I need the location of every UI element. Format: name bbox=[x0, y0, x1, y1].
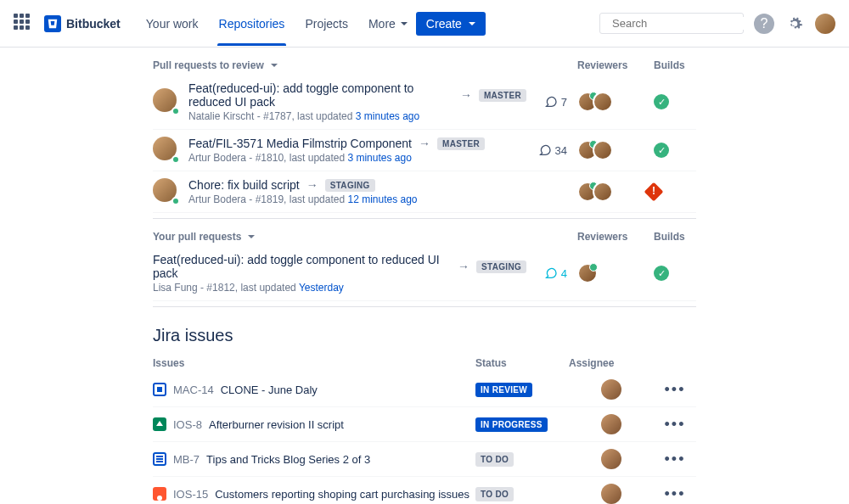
issue-type-icon bbox=[153, 487, 166, 501]
pr-title-link[interactable]: Feat(reduced-ui): add toggle component t… bbox=[153, 253, 451, 280]
assignee-avatar[interactable] bbox=[601, 449, 621, 469]
author-avatar[interactable] bbox=[153, 178, 180, 205]
status-badge[interactable]: IN REVIEW bbox=[475, 383, 532, 397]
product-name: Bitbucket bbox=[66, 17, 121, 31]
search-input[interactable]: / bbox=[599, 13, 744, 34]
reviewer-avatar[interactable] bbox=[593, 182, 613, 202]
arrow-icon: → bbox=[458, 260, 469, 273]
build-success-icon: ✓ bbox=[654, 143, 669, 158]
section-header-your-prs[interactable]: Your pull requests bbox=[153, 231, 577, 243]
app-switcher-icon[interactable] bbox=[14, 14, 34, 34]
issue-key[interactable]: IOS-8 bbox=[173, 418, 202, 431]
comments-count[interactable]: 34 bbox=[526, 143, 577, 157]
nav-more[interactable]: More bbox=[360, 2, 416, 46]
build-status[interactable]: ✓ bbox=[654, 266, 696, 281]
branch-tag[interactable]: STAGING bbox=[325, 179, 375, 192]
reviewer-avatar[interactable] bbox=[593, 140, 613, 160]
assignee-avatar[interactable] bbox=[601, 484, 621, 504]
more-actions-button[interactable]: ••• bbox=[654, 381, 696, 399]
author-avatar[interactable] bbox=[153, 137, 180, 164]
build-success-icon: ✓ bbox=[654, 94, 669, 109]
arrow-icon: → bbox=[419, 137, 430, 150]
col-header-reviewers: Reviewers bbox=[577, 59, 654, 71]
col-header-reviewers: Reviewers bbox=[577, 231, 654, 243]
bitbucket-icon bbox=[44, 15, 61, 32]
comments-count[interactable]: 4 bbox=[526, 266, 577, 280]
pr-title-link[interactable]: Chore: fix build script bbox=[188, 178, 300, 192]
status-badge[interactable]: TO DO bbox=[475, 487, 514, 501]
pr-title-link[interactable]: Feat(reduced-ui): add toggle component t… bbox=[188, 81, 453, 109]
pr-meta: Artur Bodera - #1819, last updated 12 mi… bbox=[188, 193, 526, 205]
issue-key[interactable]: MAC-14 bbox=[173, 384, 214, 396]
arrow-icon: → bbox=[460, 88, 472, 102]
nav-repositories[interactable]: Repositories bbox=[211, 2, 294, 46]
settings-icon[interactable] bbox=[784, 14, 805, 34]
main-content: Pull requests to review Reviewers Builds… bbox=[0, 48, 849, 504]
comment-icon bbox=[544, 266, 558, 280]
branch-tag[interactable]: MASTER bbox=[479, 89, 526, 102]
branch-tag[interactable]: MASTER bbox=[437, 137, 485, 150]
reviewers-stack[interactable] bbox=[577, 263, 654, 283]
issue-key[interactable]: IOS-15 bbox=[173, 488, 208, 501]
comment-icon bbox=[544, 95, 558, 109]
issue-title-link[interactable]: CLONE - June Daly bbox=[221, 384, 318, 396]
pr-meta: Artur Bodera - #1810, last updated 3 min… bbox=[188, 152, 526, 164]
pr-timestamp[interactable]: Yesterday bbox=[299, 282, 344, 294]
chevron-down-icon bbox=[469, 22, 475, 25]
issue-row: MAC-14CLONE - June DalyIN REVIEW••• bbox=[153, 372, 696, 407]
more-actions-button[interactable]: ••• bbox=[654, 416, 696, 434]
issue-title-link[interactable]: Afterburner revision II script bbox=[209, 418, 344, 431]
top-nav: Bitbucket Your work Repositories Project… bbox=[0, 0, 849, 48]
build-status[interactable]: ✓ bbox=[654, 143, 696, 158]
chevron-down-icon bbox=[248, 235, 255, 238]
pr-timestamp[interactable]: 3 minutes ago bbox=[347, 152, 411, 164]
status-badge[interactable]: TO DO bbox=[475, 452, 514, 467]
reviewers-stack[interactable] bbox=[577, 140, 654, 160]
reviewer-avatar[interactable] bbox=[593, 92, 613, 112]
reviewers-stack[interactable] bbox=[577, 92, 654, 112]
presence-indicator bbox=[171, 197, 180, 205]
approved-check-icon bbox=[589, 263, 598, 272]
issue-row: MB-7Tips and Tricks Blog Series 2 of 3TO… bbox=[153, 442, 696, 477]
issue-title-link[interactable]: Tips and Tricks Blog Series 2 of 3 bbox=[206, 453, 370, 466]
branch-tag[interactable]: STAGING bbox=[476, 260, 526, 273]
product-logo[interactable]: Bitbucket bbox=[44, 15, 121, 32]
issue-type-icon bbox=[153, 417, 166, 431]
issue-type-icon bbox=[153, 452, 166, 466]
pr-row: Feat(reduced-ui): add toggle component t… bbox=[153, 75, 696, 130]
issue-key[interactable]: MB-7 bbox=[173, 453, 200, 466]
build-status[interactable]: ✓ bbox=[654, 94, 696, 109]
reviewers-stack[interactable] bbox=[577, 182, 654, 202]
jira-heading: Jira issues bbox=[153, 326, 696, 345]
presence-indicator bbox=[171, 155, 180, 164]
pr-row: Feat(reduced-ui): add toggle component t… bbox=[153, 246, 696, 301]
col-header-builds: Builds bbox=[654, 231, 696, 243]
nav-your-work[interactable]: Your work bbox=[138, 2, 207, 46]
issue-title-link[interactable]: Customers reporting shoping cart purchas… bbox=[215, 488, 469, 501]
profile-avatar[interactable] bbox=[815, 14, 835, 34]
create-button[interactable]: Create bbox=[416, 12, 486, 36]
assignee-avatar[interactable] bbox=[601, 379, 621, 400]
pr-row: Chore: fix build script→STAGINGArtur Bod… bbox=[153, 171, 696, 213]
col-header-status: Status bbox=[475, 357, 569, 369]
help-icon[interactable]: ? bbox=[754, 14, 774, 34]
issue-row: IOS-8Afterburner revision II scriptIN PR… bbox=[153, 407, 696, 442]
status-badge[interactable]: IN PROGRESS bbox=[475, 417, 548, 432]
comment-icon bbox=[538, 143, 552, 157]
more-actions-button[interactable]: ••• bbox=[654, 451, 696, 468]
author-avatar[interactable] bbox=[153, 88, 180, 115]
more-actions-button[interactable]: ••• bbox=[654, 485, 696, 503]
section-header-to-review[interactable]: Pull requests to review bbox=[153, 59, 577, 71]
pr-timestamp[interactable]: 12 minutes ago bbox=[347, 193, 417, 205]
comments-count[interactable]: 7 bbox=[526, 95, 577, 109]
col-header-issues: Issues bbox=[153, 357, 475, 369]
pr-timestamp[interactable]: 3 minutes ago bbox=[356, 110, 419, 122]
build-success-icon: ✓ bbox=[654, 266, 669, 281]
chevron-down-icon bbox=[401, 22, 408, 25]
chevron-down-icon bbox=[271, 64, 278, 67]
pr-title-link[interactable]: Feat/FIL-3571 Media Filmstrip Component bbox=[188, 137, 412, 150]
pr-meta: Lisa Fung - #1812, last updated Yesterda… bbox=[153, 282, 526, 294]
nav-projects[interactable]: Projects bbox=[296, 2, 357, 46]
reviewer-avatar[interactable] bbox=[577, 263, 598, 283]
assignee-avatar[interactable] bbox=[601, 414, 621, 434]
